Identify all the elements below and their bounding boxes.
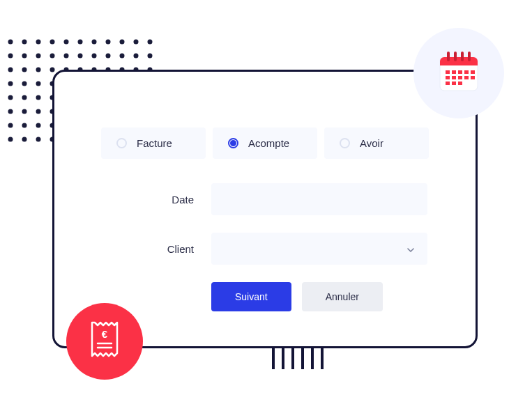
svg-point-18: [106, 54, 111, 59]
svg-point-79: [36, 137, 41, 142]
svg-point-77: [8, 137, 13, 142]
next-button[interactable]: Suivant: [211, 282, 291, 311]
action-buttons: Suivant Annuler: [211, 282, 441, 311]
calendar-icon: [434, 47, 483, 99]
chevron-down-icon: [406, 245, 415, 253]
svg-point-46: [36, 95, 41, 100]
svg-point-34: [22, 82, 27, 86]
svg-point-15: [64, 54, 69, 59]
svg-point-10: [148, 40, 153, 45]
svg-point-1: [22, 40, 27, 45]
svg-point-4: [64, 40, 69, 45]
client-select[interactable]: [211, 233, 427, 265]
radio-label: Acompte: [248, 137, 289, 149]
svg-point-9: [134, 40, 139, 45]
svg-point-22: [8, 68, 13, 72]
svg-point-13: [36, 54, 41, 59]
radio-facture[interactable]: Facture: [101, 127, 206, 159]
svg-point-25: [50, 68, 55, 72]
svg-rect-99: [471, 70, 475, 74]
radio-acompte[interactable]: Acompte: [213, 127, 317, 159]
svg-rect-106: [452, 82, 456, 85]
client-row: Client: [89, 233, 441, 265]
svg-rect-100: [446, 76, 450, 79]
svg-rect-97: [458, 70, 462, 74]
svg-point-44: [8, 95, 13, 100]
svg-point-45: [22, 95, 27, 100]
svg-point-24: [36, 68, 41, 72]
svg-point-23: [22, 68, 27, 72]
radio-label: Facture: [137, 137, 172, 149]
svg-point-57: [36, 109, 41, 114]
svg-point-16: [78, 54, 83, 59]
svg-point-6: [92, 40, 97, 45]
svg-text:€: €: [102, 328, 108, 340]
svg-point-78: [22, 137, 27, 142]
svg-rect-90: [440, 61, 478, 65]
svg-rect-102: [458, 76, 462, 79]
svg-point-17: [92, 54, 97, 59]
svg-point-67: [22, 123, 27, 128]
svg-rect-103: [464, 76, 469, 79]
svg-rect-104: [471, 76, 475, 79]
document-type-radios: Facture Acompte Avoir: [89, 127, 441, 159]
svg-point-21: [148, 54, 153, 59]
svg-point-5: [78, 40, 83, 45]
svg-point-66: [8, 123, 13, 128]
svg-rect-96: [452, 70, 456, 74]
receipt-euro-icon: €: [88, 320, 121, 363]
svg-rect-91: [447, 52, 450, 61]
svg-point-55: [8, 109, 13, 114]
svg-point-2: [36, 40, 41, 45]
svg-rect-94: [468, 52, 471, 61]
radio-circle-icon: [116, 138, 127, 148]
radio-circle-icon: [228, 138, 238, 148]
svg-point-12: [22, 54, 27, 59]
svg-point-0: [8, 40, 13, 45]
date-input[interactable]: [211, 183, 427, 215]
client-label: Client: [89, 243, 194, 255]
svg-rect-107: [458, 82, 462, 85]
radio-circle-icon: [340, 138, 350, 148]
svg-point-56: [22, 109, 27, 114]
date-label: Date: [89, 194, 194, 206]
date-row: Date: [89, 183, 441, 215]
svg-point-11: [8, 54, 13, 59]
receipt-badge: €: [66, 303, 143, 380]
svg-point-68: [36, 123, 41, 128]
svg-point-35: [36, 82, 41, 86]
svg-point-33: [8, 82, 13, 86]
svg-rect-105: [446, 82, 450, 85]
radio-label: Avoir: [360, 137, 383, 149]
cancel-button[interactable]: Annuler: [302, 282, 383, 311]
svg-point-8: [120, 40, 125, 45]
svg-rect-93: [461, 52, 464, 61]
calendar-badge: [413, 28, 504, 118]
svg-point-20: [134, 54, 139, 59]
svg-rect-92: [454, 52, 457, 61]
radio-avoir[interactable]: Avoir: [324, 127, 429, 159]
svg-rect-98: [464, 70, 469, 74]
svg-point-7: [106, 40, 111, 45]
svg-point-19: [120, 54, 125, 59]
svg-rect-95: [446, 70, 450, 74]
svg-rect-101: [452, 76, 456, 79]
svg-point-14: [50, 54, 55, 59]
svg-point-3: [50, 40, 55, 45]
